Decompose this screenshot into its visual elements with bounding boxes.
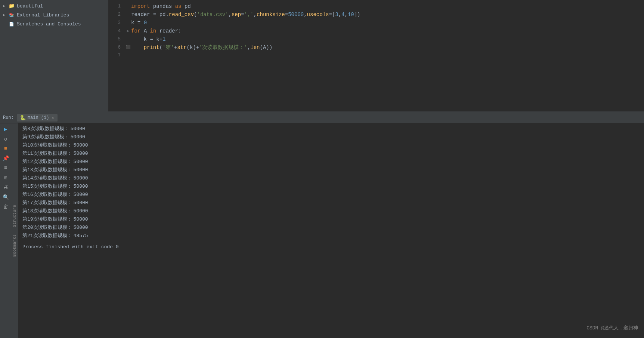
output-17-label: 第17次读取数据规模： [22,199,72,207]
output-11-label: 第11次读取数据规模： [22,150,72,158]
code-text-5: k = k+1 [131,35,165,43]
output-line-12: 第12次读取数据规模： 50000 [22,158,640,166]
output-19-value: 50000 [74,215,88,224]
sidebar-item-label-scratch: Scratches and Consoles [17,21,81,27]
output-17-value: 50000 [74,199,88,207]
structure-label: Structure [12,205,17,227]
sidebar: ▶ 📁 beautiful ▶ 📚 External Libraries 📄 S… [0,0,108,111]
trash-button[interactable]: 🗑 [1,203,10,211]
output-18-label: 第18次读取数据规模： [22,207,72,215]
rerun-button[interactable]: ↺ [1,135,10,143]
output-line-16: 第16次读取数据规模： 50000 [22,191,640,199]
line-numbers: 1 2 3 4 5 6 7 [108,1,125,111]
output-15-value: 50000 [74,182,88,191]
process-finished: Process finished with exit code 0 [22,243,640,251]
bookmarks-label: Bookmarks [12,234,17,256]
output-14-label: 第14次读取数据规模： [22,174,72,182]
align-button[interactable]: ≡ [1,164,10,172]
lib-icon: 📚 [8,12,15,18]
code-line-2: reader = pd.read_csv('data.csv',sep=',',… [125,10,644,19]
output-21-value: 48575 [74,232,88,240]
editor-area: 1 2 3 4 5 6 7 import pandas as pd reader… [108,0,644,111]
run-tab-label: main (1) [28,115,49,120]
output-partial-label: 第8次读取数据规模： [22,125,69,133]
output-line-10: 第10次读取数据规模： 50000 [22,141,640,150]
panel-body: ▶ ↺ ■ 📌 ≡ ⊞ 🖨 🔍 🗑 Structure Bookmarks 第8… [0,123,644,338]
output-line-15: 第15次读取数据规模： 50000 [22,182,640,191]
code-line-1: import pandas as pd [125,2,644,10]
arrow-icon-scratch [3,22,8,26]
print-button[interactable]: 🖨 [1,183,10,191]
run-tab-close[interactable]: ✕ [52,116,54,120]
code-lines[interactable]: import pandas as pd reader = pd.read_csv… [125,1,644,111]
bottom-panel: Run: 🐍 main (1) ✕ ▶ ↺ ■ 📌 ≡ ⊞ 🖨 🔍 🗑 Stru… [0,112,644,338]
sidebar-item-label-beautiful: beautiful [17,3,43,9]
code-text-3: k = 0 [131,19,147,27]
sidebar-item-scratches[interactable]: 📄 Scratches and Consoles [0,19,108,28]
run-tab[interactable]: 🐍 main (1) ✕ [17,114,58,122]
output-21-label: 第21次读取数据规模： [22,232,72,240]
output-area[interactable]: 第8次读取数据规模： 50000 第9次读取数据规模： 50000 第10次读取… [18,123,644,338]
output-line-19: 第19次读取数据规模： 50000 [22,215,640,224]
structure-panel: Structure Bookmarks [11,123,18,338]
output-partial-value: 50000 [71,125,85,133]
output-line-9: 第9次读取数据规模： 50000 [22,133,640,141]
output-9-label: 第9次读取数据规模： [22,133,69,141]
run-label: Run: [3,115,14,120]
stop-button[interactable]: ■ [1,144,10,153]
code-line-3: k = 0 [125,19,644,27]
output-10-value: 50000 [74,141,88,150]
code-text-4: for A in reader: [131,27,181,35]
code-content: 1 2 3 4 5 6 7 import pandas as pd reader… [108,0,644,111]
arrow-icon-lib: ▶ [3,13,8,17]
sidebar-item-libraries[interactable]: ▶ 📚 External Libraries [0,10,108,19]
code-line-6: ⬛ print('第'+str(k)+'次读取数据规模：',len(A)) [125,43,644,52]
output-20-value: 50000 [74,224,88,232]
output-19-label: 第19次读取数据规模： [22,215,72,224]
code-text-6: print('第'+str(k)+'次读取数据规模：',len(A)) [131,43,272,52]
gutter-4: ▶ [125,27,131,35]
output-line-18: 第18次读取数据规模： 50000 [22,207,640,215]
code-line-4: ▶ for A in reader: [125,27,644,35]
sidebar-item-label-lib: External Libraries [17,12,69,18]
output-11-value: 50000 [74,150,88,158]
output-12-label: 第12次读取数据规模： [22,158,72,166]
output-14-value: 50000 [74,174,88,182]
left-toolbar: ▶ ↺ ■ 📌 ≡ ⊞ 🖨 🔍 🗑 [0,123,11,338]
output-16-value: 50000 [74,191,88,199]
output-15-label: 第15次读取数据规模： [22,182,72,191]
output-10-label: 第10次读取数据规模： [22,141,72,150]
code-text-1: import pandas as pd [131,2,191,10]
output-line-partial: 第8次读取数据规模： 50000 [22,125,640,133]
output-9-value: 50000 [71,133,85,141]
arrow-icon: ▶ [3,4,8,8]
code-line-5: k = k+1 [125,35,644,43]
scratch-icon: 📄 [8,21,15,27]
output-line-11: 第11次读取数据规模： 50000 [22,150,640,158]
output-16-label: 第16次读取数据规模： [22,191,72,199]
run-button[interactable]: ▶ [1,125,10,133]
output-13-value: 50000 [74,166,88,174]
output-20-label: 第20次读取数据规模： [22,224,72,232]
sidebar-item-beautiful[interactable]: ▶ 📁 beautiful [0,1,108,10]
output-line-13: 第13次读取数据规模： 50000 [22,166,640,174]
folder-icon: 📁 [8,3,15,9]
output-line-17: 第17次读取数据规模： 50000 [22,199,640,207]
code-line-7 [125,52,644,60]
search-button[interactable]: 🔍 [1,193,10,201]
gutter-6: ⬛ [125,43,131,52]
output-13-label: 第13次读取数据规模： [22,166,72,174]
output-line-14: 第14次读取数据规模： 50000 [22,174,640,182]
output-12-value: 50000 [74,158,88,166]
run-toolbar: Run: 🐍 main (1) ✕ [0,112,644,123]
output-line-21: 第21次读取数据规模： 48575 [22,232,640,240]
pin-button[interactable]: 📌 [1,154,10,162]
grid-button[interactable]: ⊞ [1,173,10,182]
output-line-20: 第20次读取数据规模： 50000 [22,224,640,232]
run-tab-icon: 🐍 [20,115,26,121]
output-18-value: 50000 [74,207,88,215]
code-text-2: reader = pd.read_csv('data.csv',sep=',',… [131,10,360,19]
